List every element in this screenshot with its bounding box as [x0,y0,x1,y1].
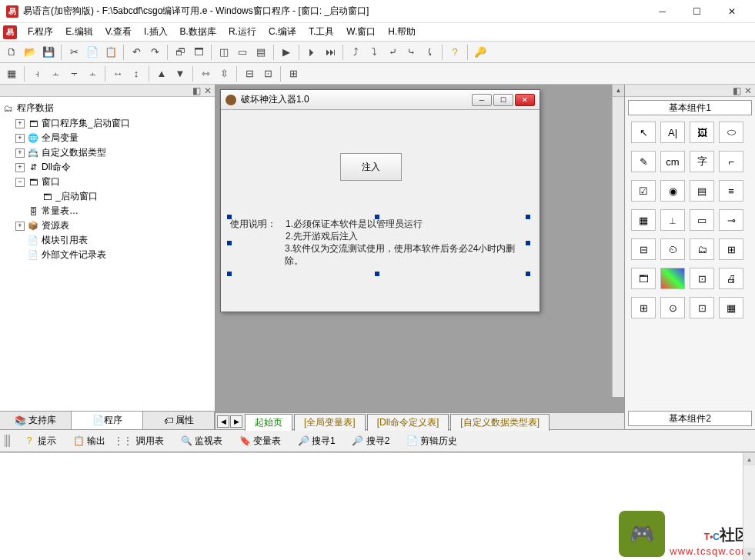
picturebox-component[interactable]: 🖼 [690,122,714,143]
tab-component[interactable]: ⊟ [631,238,656,260]
step-over-button[interactable]: ⤴ [347,44,364,61]
dock-close-icon[interactable]: ✕ [744,85,752,96]
label-component[interactable]: cm [660,151,685,172]
form-client-area[interactable]: 注入 使用说明：1.必须保证本软件是以管理员运行 2.先开游戏后注入 3.软件仅… [221,110,540,312]
run-button[interactable]: ▶ [278,44,295,61]
tree-toggle[interactable]: + [15,148,25,158]
left-tab-properties[interactable]: 🏷属性 [143,412,215,429]
treeview-component[interactable]: ⊞ [719,238,743,260]
tab-nav-next[interactable]: ▶ [230,415,242,428]
cut-button[interactable]: ✂ [65,44,82,61]
save-button[interactable]: 💾 [40,44,57,61]
tree-node[interactable]: 🗔_启动窗口 [2,189,213,204]
step-next-button[interactable]: ⤷ [403,44,419,61]
tree-node[interactable]: 🗄常量表… [2,204,213,218]
help-button[interactable]: ? [446,44,463,61]
selection-handle[interactable] [526,215,530,219]
tree-node[interactable]: +🌐全局变量 [2,131,213,145]
timer-component[interactable]: ⏲ [660,238,685,260]
center-tab-types[interactable]: [自定义数据类型表] [450,414,550,431]
redo-button[interactable]: ↷ [146,44,163,61]
step-out-button[interactable]: ⤶ [384,44,401,61]
toggle-c-button[interactable]: ▤ [252,44,269,61]
tree-toggle[interactable]: + [15,134,25,143]
selection-handle[interactable] [227,241,232,245]
menu-run[interactable]: R.运行 [222,24,262,40]
window-list-button[interactable]: 🗗 [172,44,189,61]
menu-compile[interactable]: C.编译 [262,24,302,40]
undo-button[interactable]: ↶ [128,44,145,61]
pointer-tool[interactable]: ↖ [631,122,656,143]
designer-scrollbar-vertical[interactable]: ▲ [612,85,624,397]
selection-handle[interactable] [526,241,530,245]
tree-node[interactable]: +📦资源表 [2,218,213,233]
scrollbar-component[interactable]: ⟂ [660,209,685,231]
dock-close-icon[interactable]: ✕ [204,85,212,96]
menu-insert[interactable]: I.插入 [138,24,174,40]
progressbar-component[interactable]: ▭ [690,209,714,231]
fontdialog-component[interactable]: ⊡ [690,268,714,289]
copy-button[interactable]: 📄 [84,44,101,61]
selection-handle[interactable] [227,272,232,276]
align-center-button[interactable]: ⫠ [47,65,64,82]
tree-node[interactable]: +🗔窗口程序集_启动窗口 [2,116,213,131]
debug-step-button[interactable]: ⏭ [322,44,339,61]
design-surface[interactable]: 破坏神注入器1.0 ─ ☐ ✕ 注入 使用说明：1.必须保证本软件是以管理员运行… [215,85,624,412]
tree-toggle[interactable]: + [15,222,25,231]
align-left-button[interactable]: ⫞ [28,65,45,82]
misc2-component[interactable]: ⊙ [660,297,685,318]
bottom-grabber[interactable] [5,435,11,447]
output-scrollbar[interactable]: ▲ ▼ [743,453,755,560]
program-tree[interactable]: 🗂 程序数据 +🗔窗口程序集_启动窗口+🌐全局变量+📇自定义数据类型+⇵Dll命… [0,97,215,411]
selection-handle[interactable] [227,215,232,219]
open-file-button[interactable]: 📂 [22,44,38,61]
tree-node[interactable]: −🗔窗口 [2,175,213,189]
selection-handle[interactable] [375,215,379,219]
bottom-tab[interactable]: 🔎搜寻2 [344,432,399,451]
bottom-tab[interactable]: 🔎搜寻1 [289,432,344,451]
menu-view[interactable]: V.查看 [99,24,138,40]
align-top-button[interactable]: ⫠ [84,65,101,82]
listbox-component[interactable]: ≡ [719,180,743,202]
misc3-component[interactable]: ⊡ [690,297,714,318]
send-back-button[interactable]: ▼ [172,65,189,82]
tree-toggle[interactable]: + [15,119,25,128]
combobox-component[interactable]: ▤ [690,180,714,202]
grid-button[interactable]: ▦ [3,65,20,82]
size-width-button[interactable]: ↔ [109,65,126,82]
bottom-tab[interactable]: 📄剪辑历史 [398,432,466,451]
lock-button[interactable]: ⊞ [285,65,302,82]
minimize-button[interactable]: ─ [645,1,680,22]
dialog-component[interactable]: 🗔 [631,268,656,289]
maximize-button[interactable]: ☐ [680,1,714,22]
tab-nav-prev[interactable]: ◀ [217,415,229,428]
breakpoint-button[interactable]: ⤹ [421,44,438,61]
selection-handle[interactable] [375,272,379,276]
left-tab-program[interactable]: 📄程序 [72,412,143,429]
tree-toggle[interactable]: + [15,163,25,172]
menu-help[interactable]: H.帮助 [382,24,422,40]
misc1-component[interactable]: ⊞ [631,297,656,318]
radio-component[interactable]: ◉ [660,180,685,202]
menu-edit[interactable]: E.编辑 [59,24,99,40]
bottom-tab[interactable]: ?提示 [15,432,65,451]
imagelist-component[interactable]: 🗂 [690,238,714,260]
bottom-tab[interactable]: ⋮⋮⋮调用表 [114,432,172,451]
toggle-b-button[interactable]: ▭ [234,44,251,61]
component-tab-1[interactable]: 基本组件1 [628,100,752,115]
printdialog-component[interactable]: 🖨 [719,268,743,289]
distribute-v-button[interactable]: ⇳ [215,65,232,82]
selection-handle[interactable] [526,272,530,276]
scroll-down-icon[interactable]: ▼ [743,548,755,560]
form-canvas[interactable]: 破坏神注入器1.0 ─ ☐ ✕ 注入 使用说明：1.必须保证本软件是以管理员运行… [220,89,540,312]
align-right-button[interactable]: ⫟ [65,65,82,82]
size-height-button[interactable]: ↕ [128,65,145,82]
center-tab-dll[interactable]: [Dll命令定义表] [367,414,449,431]
menu-program[interactable]: F.程序 [22,24,59,40]
toggle-a-button[interactable]: ◫ [215,44,232,61]
dock-pin-icon[interactable]: ◧ [733,85,741,96]
form-minimize-button[interactable]: ─ [472,94,492,106]
form-close-button[interactable]: ✕ [515,94,535,106]
menu-database[interactable]: B.数据库 [174,24,222,40]
dock-pin-icon[interactable]: ◧ [192,85,201,96]
